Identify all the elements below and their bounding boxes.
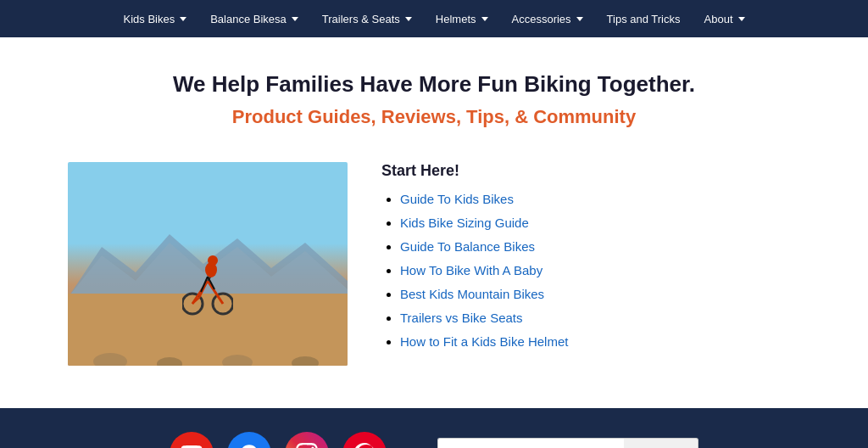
search-area: Search <box>437 438 698 448</box>
content-section: Start Here! Guide To Kids Bikes Kids Bik… <box>0 145 868 383</box>
nav-tips-tricks[interactable]: Tips and Tricks <box>595 3 693 36</box>
list-item: How to Fit a Kids Bike Helmet <box>400 334 800 350</box>
link-guide-kids-bikes[interactable]: Guide To Kids Bikes <box>400 192 514 206</box>
svg-line-6 <box>199 281 208 298</box>
chevron-icon <box>738 17 745 21</box>
nav-balance-bikes[interactable]: Balance Bikesa <box>198 3 310 36</box>
search-button[interactable]: Search <box>624 438 698 448</box>
biker-svg <box>182 251 233 319</box>
list-item: Kids Bike Sizing Guide <box>400 216 800 231</box>
hero-image <box>68 162 348 366</box>
main-nav: Kids Bikes Balance Bikesa Trailers & Sea… <box>0 0 868 37</box>
svg-point-10 <box>208 255 218 266</box>
hero-headline: We Help Families Have More Fun Biking To… <box>17 71 851 98</box>
link-trailers-vs-seats[interactable]: Trailers vs Bike Seats <box>400 311 523 325</box>
list-item: Trailers vs Bike Seats <box>400 311 800 326</box>
pinterest-button[interactable] <box>342 432 387 448</box>
link-best-kids-mountain[interactable]: Best Kids Mountain Bikes <box>400 287 544 301</box>
chevron-icon <box>405 17 412 21</box>
link-how-to-bike-baby[interactable]: How To Bike With A Baby <box>400 263 542 277</box>
nav-about[interactable]: About <box>693 3 757 36</box>
svg-line-5 <box>208 281 223 304</box>
footer-banner: Search <box>0 408 868 448</box>
start-here-list: Guide To Kids Bikes Kids Bike Sizing Gui… <box>381 192 800 350</box>
svg-point-15 <box>222 355 253 366</box>
start-here-section: Start Here! Guide To Kids Bikes Kids Bik… <box>381 162 800 350</box>
nav-accessories[interactable]: Accessories <box>500 3 595 36</box>
svg-point-14 <box>157 357 182 366</box>
svg-point-13 <box>93 353 127 366</box>
hero-section: We Help Families Have More Fun Biking To… <box>0 37 868 145</box>
chevron-icon <box>576 17 583 21</box>
list-item: Guide To Kids Bikes <box>400 192 800 207</box>
list-item: Best Kids Mountain Bikes <box>400 287 800 302</box>
link-guide-balance-bikes[interactable]: Guide To Balance Bikes <box>400 239 535 254</box>
link-kids-bike-sizing[interactable]: Kids Bike Sizing Guide <box>400 216 529 230</box>
pinterest-icon <box>353 443 376 448</box>
nav-trailers-seats[interactable]: Trailers & Seats <box>310 3 424 36</box>
plants-svg <box>68 332 348 366</box>
chevron-icon <box>292 17 298 21</box>
link-fit-kids-helmet[interactable]: How to Fit a Kids Bike Helmet <box>400 334 568 349</box>
start-here-title: Start Here! <box>381 162 800 180</box>
chevron-icon <box>180 17 186 21</box>
instagram-icon <box>296 443 318 448</box>
instagram-button[interactable] <box>285 432 329 448</box>
social-icons-group <box>170 432 387 448</box>
facebook-icon <box>238 443 260 448</box>
nav-helmets[interactable]: Helmets <box>424 3 500 36</box>
youtube-icon <box>181 443 203 448</box>
search-input[interactable] <box>437 438 624 448</box>
facebook-button[interactable] <box>227 432 271 448</box>
hero-subheadline: Product Guides, Reviews, Tips, & Communi… <box>17 106 851 128</box>
chevron-icon <box>481 17 488 21</box>
youtube-button[interactable] <box>170 432 214 448</box>
nav-kids-bikes[interactable]: Kids Bikes <box>111 3 198 36</box>
list-item: How To Bike With A Baby <box>400 263 800 278</box>
svg-point-16 <box>292 356 319 366</box>
list-item: Guide To Balance Bikes <box>400 239 800 255</box>
